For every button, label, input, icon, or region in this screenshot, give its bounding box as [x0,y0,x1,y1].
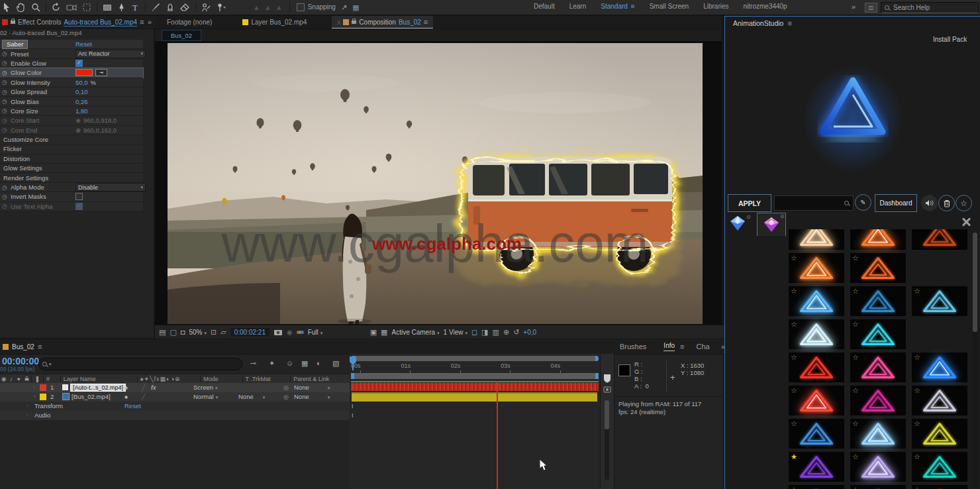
motion-blur-icon[interactable]: ◐ [317,360,321,367]
layer-label-chip[interactable] [40,384,46,391]
panel-overflow-icon[interactable]: » [148,19,152,26]
zoom-tool-icon[interactable] [31,3,40,12]
expand-arrow-icon[interactable]: › [33,384,40,390]
expand-arrow-icon[interactable]: › [26,412,34,418]
tab-layer[interactable]: Layer Bus_02.mp4 [237,16,312,28]
transform-label[interactable]: Transform [34,402,63,409]
favorite-star-icon[interactable]: ☆ [852,419,859,428]
preset-tile[interactable]: ☆ [912,386,967,415]
stopwatch-icon[interactable]: ◷ [2,79,11,85]
stopwatch-icon[interactable]: ◷ [2,50,11,57]
favorite-star-icon[interactable]: ☆ [852,386,859,395]
puppet-pin-tool-icon[interactable] [216,3,226,12]
scrollbar-thumb[interactable] [605,400,609,429]
preset-tile[interactable]: ☆ [850,419,906,449]
stopwatch-icon[interactable]: ◷ [2,107,11,114]
comp-subtab[interactable]: Bus_02 [162,30,201,41]
stopwatch-icon[interactable]: ◷ [2,98,11,105]
layer-label-chip[interactable] [40,394,46,400]
panel-menu-icon[interactable]: ≡ [680,343,684,351]
parent-dropdown[interactable]: None▾ [294,384,330,391]
preset-scrollbar[interactable] [973,233,977,488]
preset-tile[interactable]: ☆ [912,485,967,489]
exposure-value[interactable]: +0,0 [523,329,536,336]
timeline-search-field[interactable]: ▾ [38,358,242,370]
selection-tool-icon[interactable] [3,3,11,12]
frame-blending-icon[interactable]: ▦ [301,360,308,367]
preset-tile[interactable]: ☆ [789,419,844,449]
invert-masks-checkbox[interactable] [75,193,83,200]
preset-search-field[interactable] [774,195,854,211]
create-pen-button[interactable]: ✎ [855,194,871,211]
preset-tile[interactable]: ☆ [789,286,844,316]
favorite-star-icon[interactable]: ☆ [791,419,797,428]
preset-tile[interactable]: ☆ [850,286,906,316]
eyedropper-icon[interactable]: ⇥ [95,69,107,76]
eraser-tool-icon[interactable] [180,3,190,12]
workspace-default[interactable]: Default [534,3,555,10]
workspace-menu-icon[interactable]: ≡ [631,3,635,10]
camera-tool-icon[interactable] [66,3,77,12]
preset-tile[interactable]: ☆ [789,353,844,382]
snap-angle-icon[interactable]: ↗ [341,4,347,11]
panel-menu-icon[interactable]: ≡ [38,343,42,351]
fast-previews-icon[interactable]: ◨ [481,329,488,336]
favorite-star-icon[interactable]: ☆ [791,287,797,296]
stopwatch-icon[interactable]: ◷ [2,184,11,191]
workspace-standard[interactable]: Standard [601,3,628,10]
snapping-checkbox[interactable] [297,3,305,11]
alpha-mode-dropdown[interactable]: Disable▾ [75,183,146,191]
current-time-indicator[interactable] [348,356,358,370]
favorite-star-icon[interactable]: ☆ [852,353,859,362]
trkmat-dropdown[interactable]: None▾ [238,393,265,400]
preset-tile[interactable]: ☆ [850,319,906,349]
show-channel-icon[interactable] [297,331,304,334]
effect-name[interactable]: Saber [2,40,28,49]
layer-name[interactable]: [Bus_02.mp4] [72,393,111,400]
blend-mode-dropdown[interactable]: Screen▾ [193,384,218,391]
animationstudio-tab[interactable]: AnimationStudio [733,19,783,27]
pack-tab-1[interactable]: ⊙ [729,215,752,234]
preset-tile[interactable]: ☆ [850,353,906,382]
tab-info[interactable]: Info [663,342,675,351]
type-tool-icon[interactable]: T [131,3,140,12]
layer-name-column[interactable]: Layer Name [60,376,137,382]
preset-tile[interactable]: ☆ [850,452,906,482]
favorite-star-icon[interactable]: ☆ [914,386,920,395]
roi-icon[interactable]: ⊡ [211,329,217,336]
axis-mode-world-icon[interactable]: ▲ [264,4,271,11]
favorite-star-icon[interactable]: ☆ [852,254,859,262]
preset-dropdown[interactable]: Arc Reactor▾ [75,50,146,58]
glow-color-swatch[interactable] [75,69,93,76]
pan-behind-tool-icon[interactable] [82,3,91,12]
delete-button[interactable] [938,195,955,211]
expand-arrow-icon[interactable]: › [26,403,34,409]
favorite-star-icon[interactable]: ☆ [791,320,797,329]
collapse-arrow-icon[interactable]: ˅ [33,394,40,400]
shield-icon[interactable] [603,374,611,383]
favorites-button[interactable]: ☆ [956,195,972,211]
rectangle-tool-icon[interactable] [103,3,112,12]
effect-controls-tab-title[interactable]: Effect Controls [18,19,61,26]
favorite-star-icon[interactable]: ☆ [914,453,920,461]
transparency-grid-icon[interactable]: ▦ [381,329,387,336]
favorite-star-icon[interactable]: ☆ [852,287,859,296]
favorite-star-icon[interactable]: ☆ [791,386,797,395]
effect-group-distortion[interactable]: Distortion [0,154,143,164]
preset-tile[interactable]: ☆ [850,253,906,283]
favorite-star-icon[interactable]: ☆ [791,486,797,489]
sound-button[interactable] [921,195,938,211]
keyframe-ibeam[interactable]: I [352,403,354,409]
timeline-graph-area[interactable]: 00s01s02s03s04s I I [350,354,600,489]
favorite-star-icon[interactable]: ☆ [914,287,920,296]
mask-visibility-icon[interactable]: ▱ [220,329,226,336]
favorite-star-icon[interactable]: ☆ [914,419,920,428]
close-tab-icon[interactable]: x [337,19,340,26]
vertical-scrollbar[interactable] [605,400,609,480]
panel-menu-icon[interactable]: ≡ [424,19,428,26]
pixel-aspect-icon[interactable]: ◻ [471,329,477,336]
core-size-value[interactable]: 1,80 [75,107,88,115]
resolution-dropdown[interactable]: Full▾ [308,329,366,336]
install-pack-link[interactable]: Install Pack [933,36,967,43]
axis-mode-local-icon[interactable]: ▲ [253,4,260,11]
